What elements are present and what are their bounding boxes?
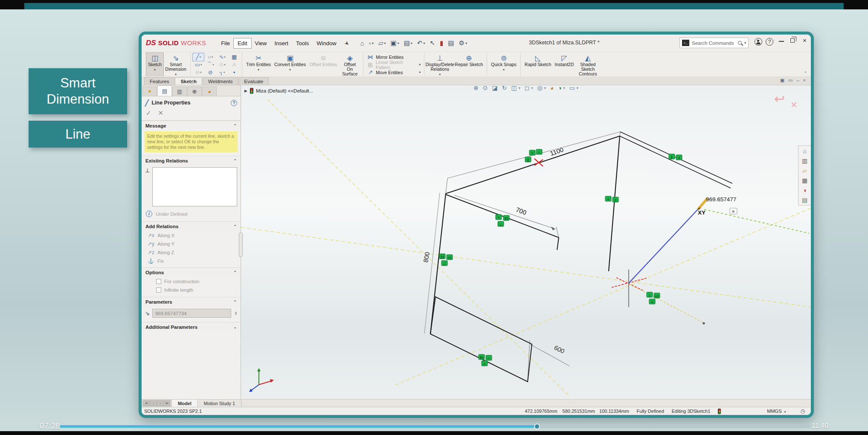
sketch-picture-icon[interactable]: ▦ bbox=[229, 53, 240, 61]
home-icon[interactable]: ⌂ bbox=[803, 148, 806, 154]
relation-badge[interactable]: 4 bbox=[676, 155, 682, 160]
rebuild-icon[interactable]: ▮ bbox=[438, 38, 445, 48]
offset-on-surface-button[interactable]: ◈ Offset On Surface bbox=[339, 53, 361, 76]
text-tool-icon[interactable]: A bbox=[229, 61, 240, 69]
doc-close-icon[interactable]: × bbox=[803, 78, 806, 83]
zoom-area-icon[interactable]: ⊙ bbox=[483, 85, 488, 91]
convert-entities-button[interactable]: ▣ Convert Entities▾ bbox=[273, 53, 308, 76]
offset-entities-button[interactable]: ≋ Offset Entities bbox=[308, 53, 339, 76]
select-icon[interactable]: ↖ bbox=[428, 38, 437, 48]
file-explorer-icon[interactable]: ▱ bbox=[802, 167, 807, 174]
zoom-fit-icon[interactable]: ⊕ bbox=[473, 85, 479, 91]
relation-badge[interactable]: ∥ bbox=[525, 157, 531, 162]
repair-sketch-button[interactable]: ⊕ Repair Sketch bbox=[453, 53, 485, 76]
configuration-manager-tab-icon[interactable]: ▥ bbox=[172, 87, 187, 96]
section-view-icon[interactable]: ◪ bbox=[492, 85, 498, 91]
ellipse-tool-icon[interactable]: ⊙▾ bbox=[217, 61, 228, 69]
close-button[interactable]: × bbox=[803, 37, 807, 44]
menu-view[interactable]: View bbox=[251, 38, 271, 48]
next-tab-icon[interactable]: › bbox=[157, 400, 163, 406]
cancel-button[interactable]: ✕ bbox=[158, 109, 164, 117]
custom-properties-icon[interactable]: ▤ bbox=[802, 197, 807, 203]
edit-appearance-icon[interactable]: ◕ bbox=[550, 85, 554, 91]
search-dropdown-icon[interactable]: ▾ bbox=[744, 41, 746, 45]
options-list-icon[interactable]: ▤ bbox=[446, 38, 456, 48]
status-globe-icon[interactable]: ◷ bbox=[801, 408, 805, 414]
message-section-header[interactable]: Message⌃ bbox=[142, 121, 241, 130]
save-icon[interactable]: ▣▾ bbox=[389, 38, 401, 48]
dim-text-600[interactable]: 600 bbox=[553, 344, 566, 355]
display-style-icon[interactable]: ◻ bbox=[525, 85, 530, 91]
restore-button[interactable] bbox=[790, 38, 795, 43]
doc-restore-icon[interactable]: ▣ bbox=[780, 78, 784, 83]
performance-icon[interactable] bbox=[718, 409, 721, 414]
feature-tree-root[interactable]: ▶ Miza (Default) <<Default... bbox=[244, 88, 313, 94]
length-input[interactable]: 969.65747734 bbox=[152, 309, 231, 318]
options-header[interactable]: Options⌃ bbox=[142, 267, 241, 277]
shaded-sketch-contours-button[interactable]: ◭ Shaded Sketch Contours bbox=[575, 53, 600, 76]
relation-badge[interactable]: x3 bbox=[654, 293, 660, 298]
tab-sketch[interactable]: Sketch bbox=[175, 77, 202, 85]
relation-badge[interactable]: ∥5 bbox=[503, 215, 509, 220]
relation-badge[interactable]: ⊥ bbox=[536, 149, 542, 154]
relation-badge[interactable]: ∥ bbox=[669, 154, 675, 159]
linear-sketch-pattern-button[interactable]: ▦ Linear Sketch Pattern▾ bbox=[366, 61, 422, 68]
tab-weldments[interactable]: Weldments bbox=[203, 77, 238, 85]
last-tab-icon[interactable]: ≫ bbox=[164, 400, 170, 406]
instant2d-button[interactable]: ◸ Instant2D bbox=[553, 53, 575, 76]
existing-relations-header[interactable]: Existing Relations⌃ bbox=[142, 156, 241, 165]
dim-text-800[interactable]: 800 bbox=[422, 251, 431, 263]
dim-text-700[interactable]: 700 bbox=[515, 206, 527, 216]
doc-minimize-icon[interactable]: – bbox=[796, 78, 799, 83]
preview-line[interactable] bbox=[629, 209, 698, 283]
panel-help-icon[interactable]: ? bbox=[231, 100, 237, 106]
relation-badge[interactable]: ⊥ bbox=[441, 261, 447, 266]
relation-badge[interactable]: ∥6 bbox=[479, 354, 485, 360]
settings-gear-icon[interactable]: ⚙▾ bbox=[457, 38, 468, 48]
option-for-construction[interactable]: For construction bbox=[142, 277, 241, 286]
first-tab-icon[interactable]: ≪ bbox=[143, 400, 150, 406]
tree-expand-icon[interactable]: ▶ bbox=[244, 89, 247, 93]
rapid-sketch-button[interactable]: ◺ Rapid Sketch bbox=[523, 53, 553, 76]
fillet-tool-icon[interactable]: ╮▾ bbox=[217, 69, 228, 76]
dimxpert-tab-icon[interactable]: ⊕ bbox=[187, 87, 202, 96]
display-manager-tab-icon[interactable]: ◕ bbox=[202, 87, 217, 96]
undo-icon[interactable]: ↶▾ bbox=[415, 38, 427, 48]
relation-badge[interactable]: ≡ bbox=[529, 150, 535, 155]
collapse-toolbar-icon[interactable]: ⌃ bbox=[804, 71, 807, 75]
rotate-view-icon[interactable]: ↻ bbox=[502, 85, 507, 91]
for-construction-checkbox[interactable] bbox=[156, 279, 161, 284]
tab-features[interactable]: Features bbox=[144, 77, 174, 85]
search-input[interactable]: Search Commands bbox=[692, 41, 735, 46]
print-icon[interactable]: ▤▾ bbox=[402, 38, 414, 48]
tab-motion-study[interactable]: Motion Study 1 bbox=[198, 400, 241, 407]
spline-tool-icon[interactable]: ∿▾ bbox=[217, 53, 228, 61]
graphics-viewport[interactable]: ▶ Miza (Default) <<Default... ⊕ ⊙ ◪ ↻ ◫▾… bbox=[241, 85, 811, 399]
view-settings-icon[interactable]: ▭ bbox=[569, 85, 575, 91]
new-document-icon[interactable]: ▫▾ bbox=[367, 39, 375, 48]
trim-entities-button[interactable]: ✂ Trim Entities▾ bbox=[244, 53, 273, 76]
design-library-icon[interactable]: ▥ bbox=[802, 157, 807, 164]
relation-badge[interactable]: 1 bbox=[482, 361, 488, 366]
menu-insert[interactable]: Insert bbox=[270, 38, 292, 48]
menu-tools[interactable]: Tools bbox=[292, 38, 313, 48]
relation-badge[interactable]: ≡ bbox=[496, 215, 502, 220]
line-tool-icon[interactable]: ╱▾ bbox=[193, 53, 204, 61]
panel-resize-grip[interactable] bbox=[239, 232, 243, 257]
arc-tool-icon[interactable]: ⌒▾ bbox=[205, 61, 216, 69]
parameters-header[interactable]: Parameters⌃ bbox=[142, 297, 241, 307]
slot-tool-icon[interactable]: ⊖▾ bbox=[193, 69, 204, 76]
minimize-button[interactable] bbox=[779, 41, 784, 42]
search-icon[interactable] bbox=[738, 41, 742, 45]
view-orientation-icon[interactable]: ◫ bbox=[511, 85, 517, 91]
sketch-edge-top[interactable] bbox=[446, 136, 620, 194]
polygon-tool-icon[interactable]: ⊘ bbox=[205, 69, 216, 76]
relation-along-x[interactable]: ↗x Along X bbox=[142, 231, 241, 240]
point-tool-icon[interactable]: ▪ bbox=[229, 69, 240, 76]
apply-scene-icon[interactable]: ◑ bbox=[558, 85, 561, 91]
relations-listbox[interactable] bbox=[152, 167, 237, 206]
relation-badge[interactable]: = bbox=[486, 355, 492, 360]
add-relations-header[interactable]: Add Relations⌃ bbox=[142, 221, 241, 231]
rectangle-tool-icon[interactable]: ▭▾ bbox=[193, 61, 204, 69]
menu-edit[interactable]: Edit bbox=[234, 38, 251, 48]
